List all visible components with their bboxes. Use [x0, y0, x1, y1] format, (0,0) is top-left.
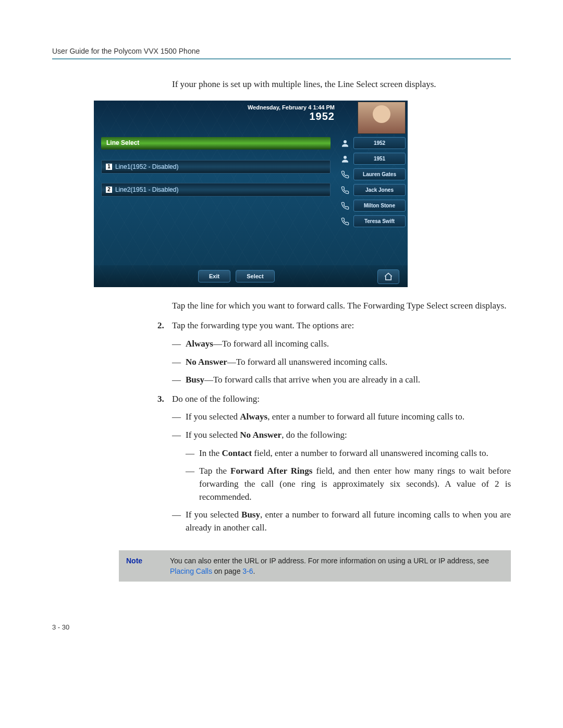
step-number: 2. — [157, 319, 164, 332]
svg-point-1 — [344, 156, 347, 159]
note-box: Note You can also enter the URL or IP ad… — [119, 550, 511, 582]
person-icon — [339, 153, 351, 165]
step-text: Tap the forwarding type you want. The op… — [172, 320, 354, 330]
step3-item-busy: If you selected Busy, enter a number to … — [172, 509, 511, 534]
phone-icon — [339, 184, 351, 196]
step-number: 3. — [157, 393, 164, 406]
svg-point-0 — [344, 140, 347, 143]
step-2: 2. Tap the forwarding type you want. The… — [172, 319, 511, 387]
select-button[interactable]: Select — [236, 270, 274, 282]
side-panel: 1952 1951 Lauren Gates — [339, 137, 406, 228]
phone-screenshot: Wednesday, February 4 1:44 PM 1952 Line … — [94, 101, 511, 287]
step3-item-no-answer: If you selected No Answer, do the follow… — [172, 429, 511, 503]
side-button[interactable]: Milton Stone — [353, 200, 406, 212]
option-always: Always—To forward all incoming calls. — [172, 338, 511, 351]
intro-paragraph: If your phone is set up with multiple li… — [172, 78, 511, 91]
side-button[interactable]: 1952 — [353, 137, 406, 149]
page-ref-link[interactable]: 3-6 — [242, 567, 253, 575]
line-item-1[interactable]: 1 Line1(1952 - Disabled) — [101, 160, 331, 174]
page-header: User Guide for the Polycom VVX 1500 Phon… — [52, 47, 511, 59]
side-button[interactable]: Lauren Gates — [353, 168, 406, 180]
step3-item-always: If you selected Always, enter a number t… — [172, 411, 511, 424]
step-text: Do one of the following: — [172, 394, 260, 404]
line-item-2[interactable]: 2 Line2(1951 - Disabled) — [101, 183, 331, 196]
note-body: You can also enter the URL or IP address… — [170, 556, 504, 577]
phone-icon — [339, 168, 351, 181]
option-no-answer: No Answer—To forward all unanswered inco… — [172, 356, 511, 369]
side-button[interactable]: 1951 — [353, 153, 406, 165]
step-3: 3. Do one of the following: If you selec… — [172, 393, 511, 535]
page-number: 3 - 30 — [52, 623, 511, 631]
exit-button[interactable]: Exit — [198, 270, 230, 282]
note-label: Note — [126, 556, 170, 566]
line-select-title: Line Select — [101, 137, 331, 150]
side-button[interactable]: Teresa Swift — [353, 215, 406, 227]
phone-extension: 1952 — [248, 110, 335, 122]
noanswer-sub-forward-after-rings: Tap the Forward After Rings field, and t… — [186, 465, 511, 503]
home-button[interactable] — [377, 269, 399, 284]
line-badge: 2 — [106, 187, 112, 193]
phone-date: Wednesday, February 4 1:44 PM — [248, 104, 335, 110]
phone-icon — [339, 215, 351, 228]
after-screenshot-paragraph: Tap the line for which you want to forwa… — [172, 300, 511, 313]
option-busy: Busy—To forward calls that arrive when y… — [172, 374, 511, 387]
noanswer-sub-contact: In the Contact field, enter a number to … — [186, 447, 511, 460]
avatar — [358, 102, 406, 134]
placing-calls-link[interactable]: Placing Calls — [170, 567, 212, 575]
phone-icon — [339, 200, 351, 212]
person-icon — [339, 137, 351, 150]
line-label: Line1(1952 - Disabled) — [115, 163, 178, 170]
line-label: Line2(1951 - Disabled) — [115, 186, 178, 193]
line-badge: 1 — [106, 164, 112, 170]
side-button[interactable]: Jack Jones — [353, 184, 406, 196]
